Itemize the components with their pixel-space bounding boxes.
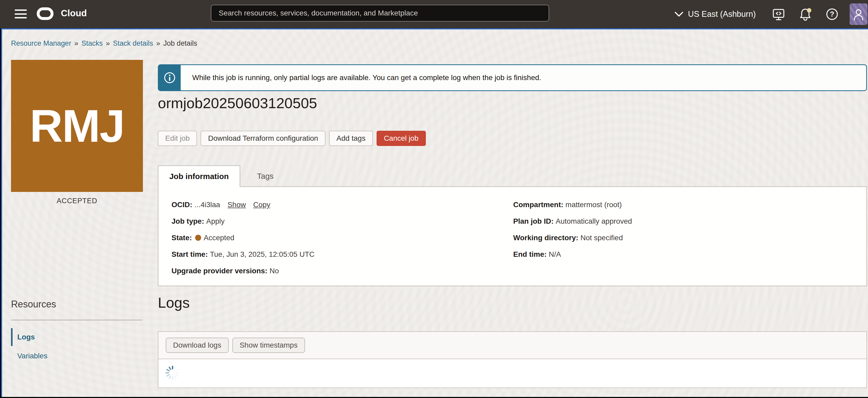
topbar-right-group: US East (Ashburn) ? [675, 0, 868, 28]
breadcrumb-current: Job details [163, 39, 197, 47]
tab-job-information[interactable]: Job information [158, 165, 240, 187]
breadcrumb-separator: » [106, 39, 110, 47]
user-icon [853, 8, 864, 21]
topbar: Cloud US East (Ashburn) [0, 0, 868, 28]
logs-output-area [158, 359, 866, 388]
field-value: N/A [549, 250, 561, 258]
show-ocid-link[interactable]: Show [227, 201, 246, 209]
active-item-indicator [11, 328, 12, 346]
logs-section-heading: Logs [158, 294, 190, 311]
oracle-logo[interactable] [37, 7, 54, 20]
notifications-button[interactable] [799, 8, 812, 21]
field-value: mattermost (root) [565, 201, 622, 209]
field-label: Plan job ID: [513, 217, 554, 225]
field-job-type: Job type:Apply [172, 217, 314, 226]
user-menu-avatar[interactable] [850, 3, 867, 25]
action-buttons: Edit job Download Terraform configuratio… [158, 131, 426, 146]
job-info-right-column: Compartment:mattermost (root) Plan job I… [513, 201, 632, 267]
field-value: Not specified [580, 234, 623, 242]
field-end-time: End time:N/A [513, 250, 632, 259]
job-initials: RMJ [30, 100, 124, 152]
field-label: Upgrade provider versions: [172, 267, 268, 275]
field-label: End time: [513, 250, 547, 258]
download-logs-button[interactable]: Download logs [166, 338, 229, 353]
edit-job-button[interactable]: Edit job [158, 131, 197, 146]
logs-card: Download logs Show timestamps [158, 331, 867, 388]
help-button[interactable]: ? [826, 8, 839, 21]
field-value: ...4i3laa [194, 201, 220, 209]
region-label: US East (Ashburn) [688, 9, 756, 19]
field-value: Tue, Jun 3, 2025, 12:05:05 UTC [210, 250, 314, 258]
field-value: No [270, 267, 279, 275]
download-terraform-configuration-button[interactable]: Download Terraform configuration [200, 131, 326, 146]
breadcrumb-link-stacks[interactable]: Stacks [82, 39, 103, 47]
region-selector[interactable]: US East (Ashburn) [675, 9, 756, 19]
breadcrumb: Resource Manager»Stacks»Stack details»Jo… [11, 39, 197, 48]
field-compartment: Compartment:mattermost (root) [513, 201, 632, 209]
sidebar-item-variables[interactable]: Variables [17, 352, 48, 360]
help-icon: ? [826, 8, 839, 21]
resources-divider [11, 320, 142, 320]
state-status-dot [195, 235, 201, 241]
info-banner-icon-block [159, 65, 181, 90]
notification-badge [807, 8, 811, 12]
loading-spinner-icon [165, 365, 180, 381]
breadcrumb-separator: » [74, 39, 79, 47]
show-timestamps-button[interactable]: Show timestamps [232, 338, 305, 353]
field-ocid: OCID:...4i3laaShowCopy [172, 201, 314, 209]
cloud-shell-button[interactable] [772, 8, 785, 21]
field-state: State:Accepted [172, 234, 314, 242]
field-label: Compartment: [513, 201, 563, 209]
field-start-time: Start time:Tue, Jun 3, 2025, 12:05:05 UT… [172, 250, 314, 259]
tab-tags[interactable]: Tags [240, 165, 290, 187]
job-initials-tile: RMJ [11, 60, 143, 192]
resources-heading: Resources [11, 299, 56, 310]
page-content: Resource Manager»Stacks»Stack details»Jo… [1, 28, 868, 397]
field-label: OCID: [172, 201, 192, 209]
field-label: Working directory: [513, 234, 578, 242]
field-value: Accepted [204, 234, 235, 242]
add-tags-button[interactable]: Add tags [329, 131, 373, 146]
brand-label: Cloud [61, 8, 87, 18]
info-banner: While this job is running, only partial … [158, 64, 867, 91]
tab-bar: Job information Tags [158, 165, 290, 187]
logs-toolbar: Download logs Show timestamps [158, 332, 866, 359]
breadcrumb-separator: » [156, 39, 160, 47]
field-plan-job-id: Plan job ID:Automatically approved [513, 217, 632, 226]
breadcrumb-link-resource-manager[interactable]: Resource Manager [11, 39, 71, 47]
field-label: Job type: [172, 217, 204, 225]
cancel-job-button[interactable]: Cancel job [377, 131, 426, 146]
job-information-panel: OCID:...4i3laaShowCopy Job type:Apply St… [158, 187, 867, 286]
job-info-left-column: OCID:...4i3laaShowCopy Job type:Apply St… [172, 201, 314, 283]
hamburger-menu-icon[interactable] [15, 9, 27, 18]
sidebar-item-logs[interactable]: Logs [17, 333, 35, 341]
field-label: State: [172, 234, 192, 242]
chevron-down-icon [675, 11, 683, 17]
svg-text:?: ? [830, 10, 834, 18]
job-status-label: ACCEPTED [11, 197, 143, 205]
cloud-shell-icon [772, 8, 785, 21]
field-upgrade-provider-versions: Upgrade provider versions:No [172, 267, 314, 275]
page-title: ormjob20250603120505 [158, 94, 317, 112]
info-banner-message: While this job is running, only partial … [181, 65, 541, 90]
field-label: Start time: [172, 250, 208, 258]
info-icon [164, 72, 176, 84]
copy-ocid-link[interactable]: Copy [253, 201, 270, 209]
breadcrumb-link-stack-details[interactable]: Stack details [113, 39, 153, 47]
search-input[interactable] [211, 5, 549, 22]
field-value: Apply [206, 217, 224, 225]
field-working-directory: Working directory:Not specified [513, 234, 632, 242]
field-value: Automatically approved [556, 217, 632, 225]
